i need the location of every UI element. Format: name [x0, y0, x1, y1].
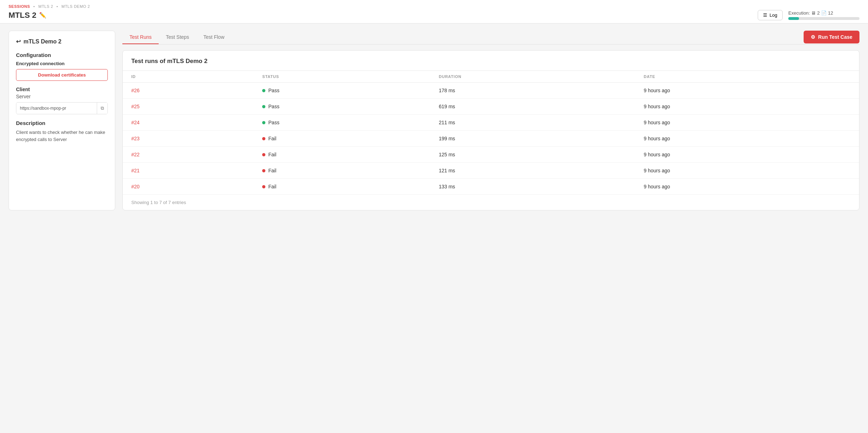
cell-id: #21 — [123, 163, 254, 179]
execution-label: Execution: 🖥 2 📄 12 — [788, 10, 859, 16]
log-label: Log — [769, 12, 777, 18]
run-icon: ⚙ — [811, 34, 815, 40]
tab-test-flow[interactable]: Test Flow — [196, 31, 232, 44]
status-text: Pass — [268, 104, 279, 109]
status-text: Fail — [268, 136, 276, 141]
back-arrow-icon: ↩ — [16, 38, 21, 45]
col-duration: DURATION — [430, 71, 635, 83]
log-button[interactable]: ☰ Log — [758, 10, 783, 20]
cell-duration: 133 ms — [430, 179, 635, 195]
run-id-link[interactable]: #26 — [131, 88, 139, 93]
run-id-link[interactable]: #22 — [131, 152, 139, 157]
top-header: SESSIONS • MTLS 2 • MTLS DEMO 2 MTLS 2 ✏… — [0, 0, 868, 24]
run-id-link[interactable]: #21 — [131, 168, 139, 173]
table-footer: Showing 1 to 7 of 7 entries — [123, 194, 859, 210]
cell-id: #26 — [123, 83, 254, 99]
header-right: ☰ Log Execution: 🖥 2 📄 12 — [758, 10, 859, 20]
table-row: #26 Pass 178 ms 9 hours ago — [123, 83, 859, 99]
status-text: Fail — [268, 184, 276, 189]
breadcrumb-sessions[interactable]: SESSIONS — [9, 4, 30, 9]
table-card: Test runs of mTLS Demo 2 ID STATUS DURAT… — [122, 50, 859, 210]
description-section: Description Client wants to check whethe… — [16, 120, 108, 143]
sidebar-back: ↩ mTLS Demo 2 — [16, 38, 108, 45]
table-row: #25 Pass 619 ms 9 hours ago — [123, 99, 859, 115]
download-certificates-button[interactable]: Download certificates — [16, 69, 108, 81]
configuration-section: Configuration Encrypted connection Downl… — [16, 52, 108, 81]
client-label: Client — [16, 87, 108, 92]
server-url-input[interactable] — [16, 103, 97, 114]
tab-test-steps[interactable]: Test Steps — [159, 31, 196, 44]
client-section: Client Server ⧉ — [16, 87, 108, 114]
table-title: Test runs of mTLS Demo 2 — [123, 51, 859, 71]
status-cell: Pass — [262, 104, 422, 109]
execution-bar — [788, 17, 799, 20]
cell-status: Fail — [254, 131, 430, 147]
copy-button[interactable]: ⧉ — [97, 103, 107, 114]
status-cell: Fail — [262, 152, 422, 157]
status-dot — [262, 169, 265, 172]
breadcrumb-mtls2[interactable]: MTLS 2 — [38, 4, 53, 9]
cell-duration: 121 ms — [430, 163, 635, 179]
description-title: Description — [16, 120, 108, 126]
table-header-row: ID STATUS DURATION DATE — [123, 71, 859, 83]
cell-date: 9 hours ago — [635, 131, 859, 147]
run-test-case-button[interactable]: ⚙ Run Test Case — [804, 31, 859, 43]
status-cell: Fail — [262, 168, 422, 173]
breadcrumb-sep1: • — [33, 4, 35, 9]
col-date: DATE — [635, 71, 859, 83]
right-panel: Test Runs Test Steps Test Flow ⚙ Run Tes… — [122, 31, 859, 210]
status-dot — [262, 121, 265, 124]
table-row: #23 Fail 199 ms 9 hours ago — [123, 131, 859, 147]
cell-status: Fail — [254, 163, 430, 179]
cell-id: #20 — [123, 179, 254, 195]
log-icon: ☰ — [763, 12, 767, 18]
execution-info: Execution: 🖥 2 📄 12 — [788, 10, 859, 20]
table-row: #24 Pass 211 ms 9 hours ago — [123, 115, 859, 131]
tab-test-runs[interactable]: Test Runs — [122, 31, 159, 44]
cell-date: 9 hours ago — [635, 179, 859, 195]
main-content: ↩ mTLS Demo 2 Configuration Encrypted co… — [0, 24, 868, 218]
table-row: #21 Fail 121 ms 9 hours ago — [123, 163, 859, 179]
run-id-link[interactable]: #25 — [131, 104, 139, 109]
cell-id: #22 — [123, 147, 254, 163]
status-dot — [262, 153, 265, 156]
status-text: Pass — [268, 120, 279, 125]
cell-id: #25 — [123, 99, 254, 115]
status-text: Pass — [268, 88, 279, 93]
table-row: #20 Fail 133 ms 9 hours ago — [123, 179, 859, 195]
status-cell: Pass — [262, 88, 422, 93]
status-cell: Pass — [262, 120, 422, 125]
breadcrumb-mtlsdemo2[interactable]: MTLS DEMO 2 — [62, 4, 90, 9]
status-dot — [262, 185, 265, 188]
server-input-row: ⧉ — [16, 102, 108, 114]
edit-icon[interactable]: ✏️ — [39, 12, 46, 19]
cell-duration: 619 ms — [430, 99, 635, 115]
status-dot — [262, 89, 265, 92]
description-text: Client wants to check whether he can mak… — [16, 129, 108, 143]
run-id-link[interactable]: #24 — [131, 120, 139, 125]
sidebar-title: mTLS Demo 2 — [23, 38, 62, 45]
page-title: MTLS 2 ✏️ — [9, 11, 46, 20]
cell-id: #24 — [123, 115, 254, 131]
status-dot — [262, 105, 265, 108]
col-status: STATUS — [254, 71, 430, 83]
page-title-text: MTLS 2 — [9, 11, 36, 20]
cell-status: Pass — [254, 83, 430, 99]
status-cell: Fail — [262, 136, 422, 141]
server-label: Server — [16, 94, 108, 99]
cell-duration: 125 ms — [430, 147, 635, 163]
cell-date: 9 hours ago — [635, 147, 859, 163]
cell-status: Pass — [254, 115, 430, 131]
cell-date: 9 hours ago — [635, 115, 859, 131]
cell-date: 9 hours ago — [635, 83, 859, 99]
status-dot — [262, 137, 265, 140]
run-label: Run Test Case — [818, 34, 852, 40]
table-row: #22 Fail 125 ms 9 hours ago — [123, 147, 859, 163]
col-id: ID — [123, 71, 254, 83]
header-row: MTLS 2 ✏️ ☰ Log Execution: 🖥 2 📄 12 — [9, 10, 859, 20]
encrypted-label: Encrypted connection — [16, 61, 108, 66]
run-id-link[interactable]: #23 — [131, 136, 139, 141]
run-id-link[interactable]: #20 — [131, 184, 139, 189]
config-title: Configuration — [16, 52, 108, 58]
cell-duration: 199 ms — [430, 131, 635, 147]
